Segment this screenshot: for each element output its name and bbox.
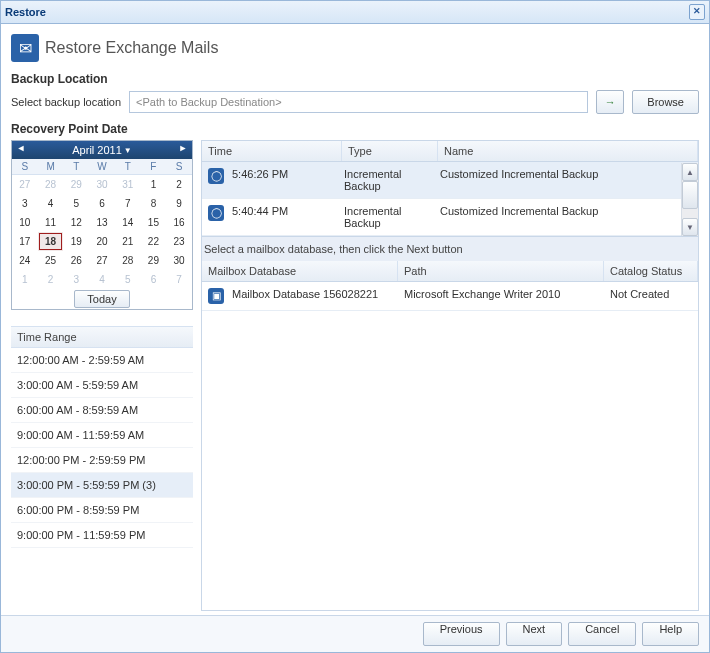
calendar-dow: F bbox=[141, 159, 167, 175]
next-button[interactable]: Next bbox=[506, 622, 563, 646]
calendar-day[interactable]: 7 bbox=[166, 270, 192, 289]
col-mailbox-db[interactable]: Mailbox Database bbox=[202, 261, 398, 281]
database-icon: ▣ bbox=[208, 288, 224, 304]
recovery-point-row[interactable]: ◯5:46:26 PMIncremental BackupCustomized … bbox=[202, 162, 698, 199]
calendar-day[interactable]: 3 bbox=[12, 194, 38, 213]
dialog-body: ✉ Restore Exchange Mails Backup Location… bbox=[1, 24, 709, 615]
col-type[interactable]: Type bbox=[342, 141, 438, 161]
time-range-panel: Time Range 12:00:00 AM - 2:59:59 AM3:00:… bbox=[11, 326, 193, 548]
calendar-day[interactable]: 2 bbox=[38, 270, 64, 289]
calendar-dow: W bbox=[89, 159, 115, 175]
cell-path: Microsoft Exchange Writer 2010 bbox=[404, 288, 610, 300]
calendar-day[interactable]: 13 bbox=[89, 213, 115, 232]
calendar-day[interactable]: 25 bbox=[38, 251, 64, 270]
calendar-day[interactable]: 15 bbox=[141, 213, 167, 232]
calendar-day[interactable]: 5 bbox=[115, 270, 141, 289]
browse-button[interactable]: Browse bbox=[632, 90, 699, 114]
calendar-day[interactable]: 20 bbox=[89, 232, 115, 251]
calendar-day[interactable]: 11 bbox=[38, 213, 64, 232]
calendar-day[interactable]: 18 bbox=[38, 232, 64, 251]
time-range-item[interactable]: 6:00:00 AM - 8:59:59 AM bbox=[11, 398, 193, 423]
button-bar: Previous Next Cancel Help bbox=[1, 615, 709, 652]
calendar-day[interactable]: 31 bbox=[115, 175, 141, 194]
calendar-day[interactable]: 21 bbox=[115, 232, 141, 251]
calendar-day[interactable]: 27 bbox=[89, 251, 115, 270]
calendar-day[interactable]: 28 bbox=[115, 251, 141, 270]
calendar-next-icon[interactable]: ► bbox=[177, 143, 189, 153]
col-path[interactable]: Path bbox=[398, 261, 604, 281]
calendar-day[interactable]: 9 bbox=[166, 194, 192, 213]
calendar-day[interactable]: 1 bbox=[12, 270, 38, 289]
time-range-item[interactable]: 12:00:00 AM - 2:59:59 AM bbox=[11, 348, 193, 373]
backup-location-label: Select backup location bbox=[11, 96, 121, 108]
calendar-day[interactable]: 16 bbox=[166, 213, 192, 232]
calendar-day[interactable]: 8 bbox=[141, 194, 167, 213]
calendar-day[interactable]: 30 bbox=[89, 175, 115, 194]
time-range-item[interactable]: 12:00:00 PM - 2:59:59 PM bbox=[11, 448, 193, 473]
calendar-day[interactable]: 30 bbox=[166, 251, 192, 270]
time-range-item[interactable]: 9:00:00 AM - 11:59:59 AM bbox=[11, 423, 193, 448]
calendar-day[interactable]: 6 bbox=[141, 270, 167, 289]
calendar-day[interactable]: 23 bbox=[166, 232, 192, 251]
scroll-down-icon[interactable]: ▼ bbox=[682, 218, 698, 236]
calendar-day[interactable]: 24 bbox=[12, 251, 38, 270]
calendar-header: ◄ April 2011 ▼ ► bbox=[12, 141, 192, 159]
recovery-point-row[interactable]: ◯5:40:44 PMIncremental BackupCustomized … bbox=[202, 199, 698, 236]
calendar-day[interactable]: 29 bbox=[63, 175, 89, 194]
cell-type: Incremental Backup bbox=[344, 168, 440, 192]
calendar-day[interactable]: 28 bbox=[38, 175, 64, 194]
vertical-scrollbar[interactable]: ▲ ▼ bbox=[681, 163, 698, 236]
recovery-point-icon: ◯ bbox=[208, 205, 224, 221]
cell-time: 5:46:26 PM bbox=[232, 168, 344, 180]
today-button[interactable]: Today bbox=[74, 290, 129, 308]
col-catalog-status[interactable]: Catalog Status bbox=[604, 261, 698, 281]
calendar-day[interactable]: 26 bbox=[63, 251, 89, 270]
help-button[interactable]: Help bbox=[642, 622, 699, 646]
calendar-dow: T bbox=[63, 159, 89, 175]
go-button[interactable]: → bbox=[596, 90, 624, 114]
calendar-day[interactable]: 4 bbox=[38, 194, 64, 213]
left-panel: ◄ April 2011 ▼ ► SMTWTFS 272829303112345… bbox=[11, 140, 193, 611]
time-range-item[interactable]: 9:00:00 PM - 11:59:59 PM bbox=[11, 523, 193, 548]
calendar-day[interactable]: 7 bbox=[115, 194, 141, 213]
recovery-point-heading: Recovery Point Date bbox=[11, 122, 699, 136]
calendar-day[interactable]: 17 bbox=[12, 232, 38, 251]
calendar-day[interactable]: 14 bbox=[115, 213, 141, 232]
calendar-day[interactable]: 27 bbox=[12, 175, 38, 194]
close-icon[interactable]: ✕ bbox=[689, 4, 705, 20]
mail-restore-icon: ✉ bbox=[11, 34, 39, 62]
cell-time: 5:40:44 PM bbox=[232, 205, 344, 217]
col-name[interactable]: Name bbox=[438, 141, 698, 161]
time-range-item[interactable]: 6:00:00 PM - 8:59:59 PM bbox=[11, 498, 193, 523]
calendar-day[interactable]: 3 bbox=[63, 270, 89, 289]
calendar-day[interactable]: 19 bbox=[63, 232, 89, 251]
calendar-day[interactable]: 2 bbox=[166, 175, 192, 194]
calendar-day[interactable]: 5 bbox=[63, 194, 89, 213]
calendar-dow: T bbox=[115, 159, 141, 175]
time-range-item[interactable]: 3:00:00 AM - 5:59:59 AM bbox=[11, 373, 193, 398]
col-time[interactable]: Time bbox=[202, 141, 342, 161]
calendar-day[interactable]: 4 bbox=[89, 270, 115, 289]
calendar-day[interactable]: 10 bbox=[12, 213, 38, 232]
scroll-up-icon[interactable]: ▲ bbox=[682, 163, 698, 181]
mailbox-db-grid: Mailbox Database Path Catalog Status ▣Ma… bbox=[201, 261, 699, 611]
page-header: ✉ Restore Exchange Mails bbox=[11, 34, 699, 62]
backup-path-input[interactable] bbox=[129, 91, 588, 113]
recovery-points-header: Time Type Name bbox=[202, 141, 698, 162]
main-split: ◄ April 2011 ▼ ► SMTWTFS 272829303112345… bbox=[11, 140, 699, 611]
calendar-day[interactable]: 22 bbox=[141, 232, 167, 251]
cancel-button[interactable]: Cancel bbox=[568, 622, 636, 646]
calendar-day[interactable]: 29 bbox=[141, 251, 167, 270]
cell-type: Incremental Backup bbox=[344, 205, 440, 229]
calendar-day[interactable]: 12 bbox=[63, 213, 89, 232]
time-range-item[interactable]: 3:00:00 PM - 5:59:59 PM (3) bbox=[11, 473, 193, 498]
calendar-day[interactable]: 6 bbox=[89, 194, 115, 213]
calendar-month-label[interactable]: April 2011 bbox=[72, 144, 122, 156]
previous-button[interactable]: Previous bbox=[423, 622, 500, 646]
mailbox-db-row[interactable]: ▣Mailbox Database 156028221Microsoft Exc… bbox=[202, 282, 698, 311]
calendar-day[interactable]: 1 bbox=[141, 175, 167, 194]
scroll-thumb[interactable] bbox=[682, 181, 698, 209]
calendar-prev-icon[interactable]: ◄ bbox=[15, 143, 27, 153]
page-title: Restore Exchange Mails bbox=[45, 39, 218, 57]
window-title: Restore bbox=[5, 6, 46, 18]
